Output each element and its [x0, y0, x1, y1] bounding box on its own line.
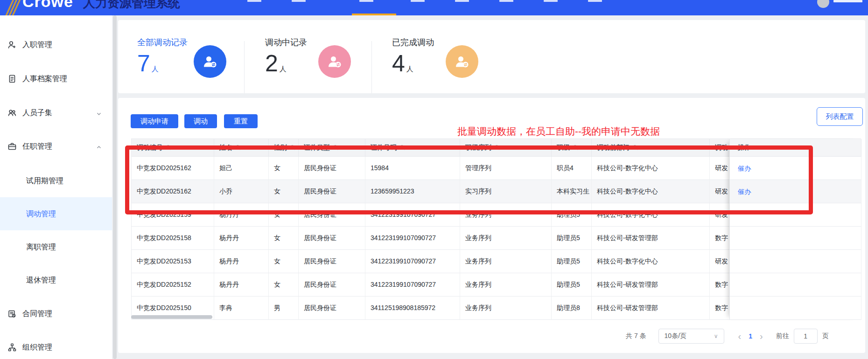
table-cell: 居民身份证	[299, 250, 365, 273]
stat-label: 调动中记录	[265, 37, 307, 48]
sidebar-item-onboarding[interactable]: 入职管理	[0, 36, 112, 53]
table-cell: 业务序列	[460, 203, 552, 227]
stat-unit: 人	[152, 65, 159, 74]
sidebar-item-position-mgmt[interactable]: 任职管理	[0, 138, 112, 155]
sidebar-item-organization[interactable]: 组织管理	[0, 339, 112, 356]
nav-item-placeholder[interactable]	[499, 0, 513, 2]
column-header-action[interactable]: 操作	[730, 139, 861, 157]
nav-item-placeholder[interactable]	[588, 0, 602, 2]
table-cell: 科技公司-数字化中心	[592, 180, 710, 203]
page-unit-label: 页	[822, 332, 829, 340]
nav-item-placeholder[interactable]	[292, 0, 306, 2]
transfer-table: 调动编号姓名性别证件类型证件号码职级序列职级调动前部门调动 中竞发DD20251…	[131, 138, 861, 319]
cuiban-link[interactable]: 催办	[738, 188, 751, 195]
transfer-button[interactable]: 调动	[184, 114, 217, 128]
chevron-down-icon	[96, 110, 102, 118]
divider	[244, 41, 245, 93]
sidebar-item-personnel-subset[interactable]: 人员子集	[0, 104, 112, 121]
sidebar-item-resignation[interactable]: 离职管理	[0, 230, 112, 263]
person-transfer-icon	[318, 45, 351, 78]
table-cell: 杨丹丹	[214, 227, 269, 250]
table-cell: 341223199107090727	[365, 273, 460, 297]
table-cell: 妲己	[214, 157, 269, 180]
table-cell: 助理员5	[552, 250, 592, 273]
table-cell: 科技公司-数字化中心	[592, 203, 710, 227]
divider	[371, 41, 372, 93]
table-cell: 业务序列	[460, 250, 552, 273]
sidebar-item-contract[interactable]: 合同管理	[0, 305, 112, 322]
nav-item-placeholder[interactable]	[455, 0, 469, 2]
stat-value: 2	[265, 52, 278, 75]
column-header[interactable]: 证件号码	[365, 139, 460, 157]
stat-value: 4	[392, 52, 405, 75]
table-cell: 实习序列	[460, 180, 552, 203]
table-cell: 科技公司-研发管理部	[592, 227, 710, 250]
table-cell: 助理员8	[552, 297, 592, 320]
list-config-button[interactable]: 列表配置	[817, 107, 863, 126]
current-page-number[interactable]: 1	[744, 332, 757, 340]
stat-unit: 人	[406, 65, 413, 74]
active-nav-underline	[352, 14, 396, 15]
goto-label: 前往	[776, 332, 789, 340]
table-cell: 居民身份证	[299, 297, 365, 320]
table-cell: 中竞发DD2025153	[132, 250, 214, 273]
action-cell	[730, 203, 861, 227]
sidebar-item-probation[interactable]: 试用期管理	[0, 164, 112, 197]
table-cell: 业务序列	[460, 273, 552, 297]
logo-system-name: 人力资源管理系统	[83, 0, 180, 11]
sidebar-item-transfer[interactable]: 调动管理	[0, 197, 112, 230]
action-cell	[730, 273, 861, 297]
table-cell: 中竞发DD2025158	[132, 227, 214, 250]
table-cell: 中竞发DD2025152	[132, 273, 214, 297]
person-transfer-icon	[194, 45, 226, 78]
table-cell: 居民身份证	[299, 273, 365, 297]
sidebar-item-retirement[interactable]: 退休管理	[0, 263, 112, 297]
table-cell: 男	[269, 297, 299, 320]
stat-unit: 人	[280, 65, 287, 74]
horizontal-scrollbar[interactable]	[131, 315, 212, 319]
table-cell: 341125198908185972	[365, 297, 460, 320]
fixed-col-body: 催办催办	[730, 157, 861, 320]
logo-text: Crowe	[22, 0, 73, 11]
column-header[interactable]: 性别	[269, 139, 299, 157]
sidebar-item-label: 任职管理	[22, 142, 52, 152]
table-cell: 科技公司-数字化中心	[592, 157, 710, 180]
nav-item-placeholder[interactable]	[247, 0, 261, 2]
sidebar-item-label: 人事档案管理	[22, 74, 67, 84]
table-cell: 341223199107090727	[365, 203, 460, 227]
table-cell: 科技公司-研发管理部	[592, 273, 710, 297]
next-page-button[interactable]: ›	[757, 331, 766, 341]
users-icon	[7, 108, 17, 117]
username-placeholder	[833, 0, 862, 2]
total-count-label: 共 7 条	[626, 332, 646, 340]
user-avatar[interactable]	[817, 0, 829, 8]
stat-value: 7	[137, 52, 150, 75]
sidebar-item-personnel-files[interactable]: 人事档案管理	[0, 70, 112, 87]
column-header[interactable]: 姓名	[214, 139, 269, 157]
column-header[interactable]: 证件类型	[299, 139, 365, 157]
prev-page-button[interactable]: ‹	[735, 331, 744, 341]
table-cell: 杨丹丹	[214, 250, 269, 273]
user-add-icon	[7, 40, 17, 49]
cuiban-link[interactable]: 催办	[738, 165, 751, 172]
transfer-apply-button[interactable]: 调动申请	[131, 114, 178, 128]
column-header[interactable]: 调动前部门	[592, 139, 710, 157]
vertical-scrollbar[interactable]	[113, 15, 117, 359]
goto-page-input[interactable]	[794, 329, 818, 344]
logo-slashes-icon	[2, 0, 22, 15]
table-cell: 业务序列	[460, 227, 552, 250]
table-cell: 本科实习生	[552, 180, 592, 203]
reset-button[interactable]: 重置	[224, 114, 258, 128]
table-cell: 居民身份证	[299, 180, 365, 203]
column-header[interactable]: 职级	[552, 139, 592, 157]
annotation-text: 批量调动数据，在员工自助--我的申请中无数据	[457, 125, 660, 138]
nav-item-placeholder[interactable]	[411, 0, 425, 2]
stat-label: 全部调动记录	[137, 37, 188, 48]
table-cell: 女	[269, 157, 299, 180]
nav-item-placeholder[interactable]	[544, 0, 558, 2]
page-size-select[interactable]: 10条/页 ∨	[658, 329, 724, 344]
nav-item-placeholder[interactable]	[359, 0, 373, 2]
column-header[interactable]: 职级序列	[460, 139, 552, 157]
column-header[interactable]: 调动编号	[132, 139, 214, 157]
table-cell: 助理员5	[552, 273, 592, 297]
